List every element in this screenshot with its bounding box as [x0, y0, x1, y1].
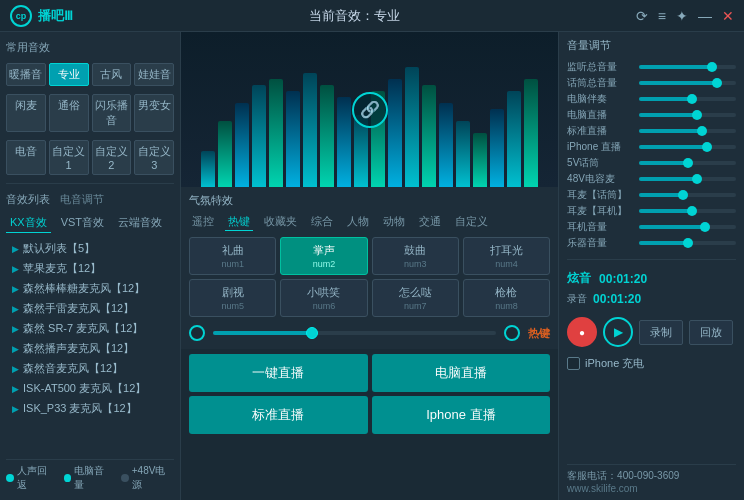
standard-live-button[interactable]: 标准直播 [189, 396, 368, 434]
vol-track-2[interactable] [639, 97, 736, 101]
eff-tab-custom[interactable]: 自定义 [452, 213, 491, 231]
eff-btn-0[interactable]: 礼曲num1 [189, 237, 276, 275]
list-item[interactable]: ▶森然手雷麦克风【12】 [6, 299, 174, 318]
slider-circle-right[interactable] [504, 325, 520, 341]
volume-row: 48V电容麦 [567, 172, 736, 186]
preset-baby[interactable]: 娃娃音 [134, 63, 174, 86]
play-icon: ▶ [614, 325, 623, 339]
preset-male-female[interactable]: 男变女 [134, 94, 174, 132]
vol-label-11: 乐器音量 [567, 236, 635, 250]
volume-row: 电脑伴奏 [567, 92, 736, 106]
slider-circle-left[interactable] [189, 325, 205, 341]
toggle-echo[interactable]: 人声回返 [6, 464, 56, 492]
list-item[interactable]: ▶森然 SR-7 麦克风【12】 [6, 319, 174, 338]
vis-bar [337, 97, 351, 187]
window-title: 当前音效：专业 [309, 7, 400, 25]
close-button[interactable]: ✕ [722, 8, 734, 24]
vol-track-8[interactable] [639, 193, 736, 197]
toggle-48v-dot [121, 474, 129, 482]
list-item[interactable]: ▶森然音麦克风【12】 [6, 359, 174, 378]
vol-track-5[interactable] [639, 145, 736, 149]
vol-label-3: 电脑直播 [567, 108, 635, 122]
eff-tab-hotkey[interactable]: 热键 [225, 213, 253, 231]
eff-btn-4[interactable]: 剧视num5 [189, 279, 276, 317]
list-item[interactable]: ▶苹果麦克【12】 [6, 259, 174, 278]
record-button[interactable]: ● [567, 317, 597, 347]
effects-slider-track[interactable] [213, 331, 496, 335]
eff-btn-1[interactable]: 掌声num2 [280, 237, 367, 275]
preset-custom2[interactable]: 自定义2 [92, 140, 132, 175]
playback-button[interactable]: 回放 [689, 320, 733, 345]
minimize-button[interactable]: — [698, 8, 712, 24]
eff-btn-5[interactable]: 小哄笑num6 [280, 279, 367, 317]
vis-bar [320, 85, 334, 187]
vol-track-9[interactable] [639, 209, 736, 213]
effects-title: 气氛特效 [189, 193, 550, 208]
customer-service: 客服电话：400-090-3609 [567, 469, 736, 483]
title-bar-left: cp 播吧Ⅲ [10, 5, 73, 27]
vol-track-1[interactable] [639, 81, 736, 85]
vol-track-11[interactable] [639, 241, 736, 245]
bottom-toggles: 人声回返 电脑音量 +48V电源 [6, 459, 174, 494]
common-effects-label: 常用音效 [6, 40, 174, 55]
eff-tab-remote[interactable]: 遥控 [189, 213, 217, 231]
right-panel: 音量调节 监听总音量 话筒总音量 电脑伴奏 电脑直播 标准直播 [558, 32, 744, 500]
iphone-live-button[interactable]: Iphone 直播 [372, 396, 551, 434]
preset-flash[interactable]: 闪乐播音 [92, 94, 132, 132]
vis-bar [201, 151, 215, 187]
tab-cloud[interactable]: 云端音效 [114, 213, 166, 233]
eff-tab-general[interactable]: 综合 [308, 213, 336, 231]
eff-tab-transport[interactable]: 交通 [416, 213, 444, 231]
list-item[interactable]: ▶ISK-AT500 麦克风【12】 [6, 379, 174, 398]
vol-track-10[interactable] [639, 225, 736, 229]
vol-track-6[interactable] [639, 161, 736, 165]
list-item[interactable]: ▶森然棒棒糖麦克风【12】 [6, 279, 174, 298]
preset-custom1[interactable]: 自定义1 [49, 140, 89, 175]
pc-live-button[interactable]: 电脑直播 [372, 354, 551, 392]
iphone-charge-checkbox[interactable] [567, 357, 580, 370]
preset-custom3[interactable]: 自定义3 [134, 140, 174, 175]
menu-icon[interactable]: ≡ [658, 8, 666, 24]
volume-row: 话筒总音量 [567, 76, 736, 90]
vol-label-10: 耳机音量 [567, 220, 635, 234]
vis-bar [218, 121, 232, 187]
tab-vst[interactable]: VST音效 [57, 213, 108, 233]
list-item[interactable]: ▶ISK_P33 麦克风【12】 [6, 399, 174, 418]
toggle-pc-volume[interactable]: 电脑音量 [64, 464, 114, 492]
list-item[interactable]: ▶默认列表【5】 [6, 239, 174, 258]
tab-kx[interactable]: KX音效 [6, 213, 51, 233]
vol-track-0[interactable] [639, 65, 736, 69]
eff-btn-3[interactable]: 打耳光num4 [463, 237, 550, 275]
rec-text-button[interactable]: 录制 [639, 320, 683, 345]
preset-ancient[interactable]: 古风 [92, 63, 132, 86]
toggle-48v[interactable]: +48V电源 [121, 464, 174, 492]
one-click-live-button[interactable]: 一键直播 [189, 354, 368, 392]
preset-warm[interactable]: 暖播音 [6, 63, 46, 86]
play-button[interactable]: ▶ [603, 317, 633, 347]
vis-bar [252, 85, 266, 187]
settings-icon[interactable]: ✦ [676, 8, 688, 24]
refresh-icon[interactable]: ⟳ [636, 8, 648, 24]
eff-btn-7[interactable]: 枪枪num8 [463, 279, 550, 317]
vis-bar [507, 91, 521, 187]
volume-row: 乐器音量 [567, 236, 736, 250]
preset-pro[interactable]: 专业 [49, 63, 89, 86]
vol-track-4[interactable] [639, 129, 736, 133]
vis-bar [235, 103, 249, 187]
vis-bar [405, 67, 419, 187]
preset-popular[interactable]: 通俗 [49, 94, 89, 132]
preset-idle[interactable]: 闲麦 [6, 94, 46, 132]
list-item[interactable]: ▶森然播声麦克风【12】 [6, 339, 174, 358]
eff-btn-6[interactable]: 怎么哒num7 [372, 279, 459, 317]
visualizer: 🔗 [181, 32, 558, 187]
eff-tab-fav[interactable]: 收藏夹 [261, 213, 300, 231]
vol-track-3[interactable] [639, 113, 736, 117]
vol-track-7[interactable] [639, 177, 736, 181]
fx-tabs: KX音效 VST音效 云端音效 [6, 213, 174, 233]
iphone-charge-row: iPhone 充电 [567, 356, 736, 371]
effects-tabs: 遥控 热键 收藏夹 综合 人物 动物 交通 自定义 [189, 213, 550, 231]
eff-tab-person[interactable]: 人物 [344, 213, 372, 231]
preset-electric[interactable]: 电音 [6, 140, 46, 175]
eff-btn-2[interactable]: 鼓曲num3 [372, 237, 459, 275]
eff-tab-animal[interactable]: 动物 [380, 213, 408, 231]
